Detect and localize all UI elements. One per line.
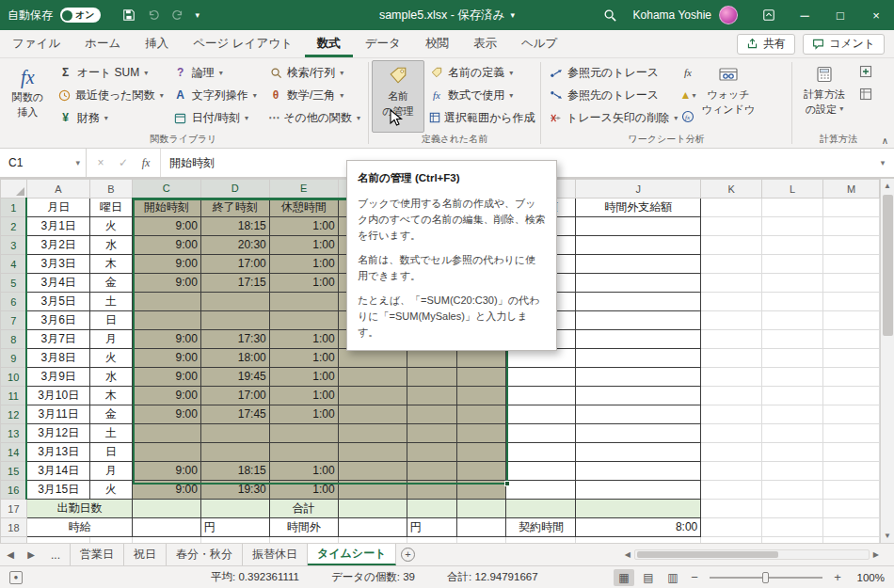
tab-file[interactable]: ファイル xyxy=(0,30,72,57)
cell-J12[interactable] xyxy=(576,405,701,424)
cell-D12[interactable]: 17:45 xyxy=(200,405,269,424)
tab-data[interactable]: データ xyxy=(353,30,413,57)
tab-insert[interactable]: 挿入 xyxy=(133,30,181,57)
cell-E10[interactable]: 1:00 xyxy=(269,368,338,387)
cell-E17[interactable]: 合計 xyxy=(269,500,338,518)
cell-M16[interactable] xyxy=(823,481,880,500)
cell-J4[interactable] xyxy=(576,255,701,274)
zoom-out-button[interactable]: − xyxy=(687,570,702,584)
cell-J7[interactable] xyxy=(576,311,701,330)
column-header-L[interactable]: L xyxy=(762,180,823,199)
cell-D8[interactable]: 17:30 xyxy=(200,330,269,349)
cell-E12[interactable]: 1:00 xyxy=(269,405,338,424)
logical-button[interactable]: ? 論理 ▾ xyxy=(168,61,263,84)
collapse-ribbon-chevron-icon[interactable]: ∧ xyxy=(882,135,888,146)
cell-C2[interactable]: 9:00 xyxy=(132,217,200,236)
cell-F12[interactable] xyxy=(338,405,407,424)
cell-D2[interactable]: 18:15 xyxy=(200,217,269,236)
search-icon[interactable] xyxy=(603,8,618,23)
redo-icon[interactable] xyxy=(170,8,185,23)
cell-I17[interactable] xyxy=(506,500,576,518)
tab-view[interactable]: 表示 xyxy=(461,30,509,57)
cell-C4[interactable]: 9:00 xyxy=(132,255,200,274)
use-in-formula-button[interactable]: fx 数式で使用 ▾ xyxy=(424,84,535,106)
cell-J19[interactable] xyxy=(576,537,701,544)
cell-A18[interactable]: 時給 xyxy=(26,518,132,537)
row-header-19[interactable]: 19 xyxy=(1,537,27,544)
vertical-scroll-thumb[interactable] xyxy=(883,195,893,336)
row-header-14[interactable]: 14 xyxy=(1,443,27,462)
zoom-percentage[interactable]: 100% xyxy=(849,572,885,583)
vertical-scrollbar[interactable]: ▲ ▼ xyxy=(880,179,894,543)
cell-M17[interactable] xyxy=(823,500,880,518)
sheet-tab-furikae-kyuujitsu[interactable]: 振替休日 xyxy=(243,544,308,565)
cell-K9[interactable] xyxy=(701,349,762,368)
cell-K13[interactable] xyxy=(701,424,762,443)
normal-view-button[interactable]: ▦ xyxy=(614,569,634,586)
cell-J14[interactable] xyxy=(576,443,701,462)
cell-A1[interactable]: 月日 xyxy=(26,199,89,217)
cell-J5[interactable] xyxy=(576,274,701,293)
formula-bar-expand-chevron-icon[interactable]: ▾ xyxy=(871,149,894,177)
cell-M2[interactable] xyxy=(823,217,880,236)
sheet-nav-left-icon[interactable]: ◀ xyxy=(0,544,21,565)
cell-A5[interactable]: 3月4日 xyxy=(26,274,89,293)
user-name[interactable]: Kohama Yoshie xyxy=(633,8,711,22)
cell-E19[interactable] xyxy=(269,537,338,544)
cell-C12[interactable]: 9:00 xyxy=(132,405,200,424)
cell-B11[interactable]: 木 xyxy=(89,387,132,405)
row-header-5[interactable]: 5 xyxy=(1,274,27,293)
cell-D19[interactable] xyxy=(200,537,269,544)
cell-E5[interactable]: 1:00 xyxy=(269,274,338,293)
cell-A14[interactable]: 3月13日 xyxy=(26,443,89,462)
tab-help[interactable]: ヘルプ xyxy=(509,30,569,57)
column-header-E[interactable]: E xyxy=(269,180,338,199)
cell-A19[interactable] xyxy=(26,537,89,544)
cell-L12[interactable] xyxy=(762,405,823,424)
cell-J17[interactable] xyxy=(576,500,701,518)
insert-function-button[interactable]: fx 関数の 挿入 xyxy=(2,60,54,133)
column-header-A[interactable]: A xyxy=(26,180,89,199)
select-all-button[interactable] xyxy=(1,180,27,199)
cell-K7[interactable] xyxy=(701,311,762,330)
cell-L8[interactable] xyxy=(762,330,823,349)
page-layout-view-button[interactable]: ▤ xyxy=(638,569,659,586)
cell-D11[interactable]: 17:00 xyxy=(200,387,269,405)
cell-C5[interactable]: 9:00 xyxy=(132,274,200,293)
calculation-options-button[interactable]: 計算方法 の設定 ▾ xyxy=(795,60,854,133)
zoom-slider-thumb[interactable] xyxy=(762,572,769,583)
recently-used-button[interactable]: 最近使った関数 ▾ xyxy=(54,84,168,106)
cell-L14[interactable] xyxy=(762,443,823,462)
cell-K8[interactable] xyxy=(701,330,762,349)
cell-J9[interactable] xyxy=(576,349,701,368)
cell-A7[interactable]: 3月6日 xyxy=(26,311,89,330)
cell-G17[interactable] xyxy=(407,500,456,518)
cell-A15[interactable]: 3月14日 xyxy=(26,462,89,481)
cell-L19[interactable] xyxy=(762,537,823,544)
cell-L6[interactable] xyxy=(762,293,823,311)
row-header-4[interactable]: 4 xyxy=(1,255,27,274)
cell-A3[interactable]: 3月2日 xyxy=(26,236,89,255)
cell-A8[interactable]: 3月7日 xyxy=(26,330,89,349)
row-header-13[interactable]: 13 xyxy=(1,424,27,443)
cell-F19[interactable] xyxy=(338,537,407,544)
cell-E11[interactable]: 1:00 xyxy=(269,387,338,405)
row-header-15[interactable]: 15 xyxy=(1,462,27,481)
cell-M14[interactable] xyxy=(823,443,880,462)
cell-M18[interactable] xyxy=(823,518,880,537)
cell-K6[interactable] xyxy=(701,293,762,311)
show-formulas-button[interactable]: fx xyxy=(678,62,698,83)
cell-B15[interactable]: 月 xyxy=(89,462,132,481)
cell-D6[interactable] xyxy=(200,293,269,311)
tab-page-layout[interactable]: ページ レイアウト xyxy=(181,30,305,57)
cell-L10[interactable] xyxy=(762,368,823,387)
cell-E1[interactable]: 休憩時間 xyxy=(269,199,338,217)
cell-C18[interactable] xyxy=(132,518,200,537)
qat-customize-chevron-icon[interactable]: ▾ xyxy=(195,10,200,20)
cell-M4[interactable] xyxy=(823,255,880,274)
sheet-tab-shukujitsu[interactable]: 祝日 xyxy=(124,544,167,565)
cell-L11[interactable] xyxy=(762,387,823,405)
column-header-K[interactable]: K xyxy=(701,180,762,199)
cell-D18[interactable]: 円 xyxy=(200,518,269,537)
cell-M9[interactable] xyxy=(823,349,880,368)
